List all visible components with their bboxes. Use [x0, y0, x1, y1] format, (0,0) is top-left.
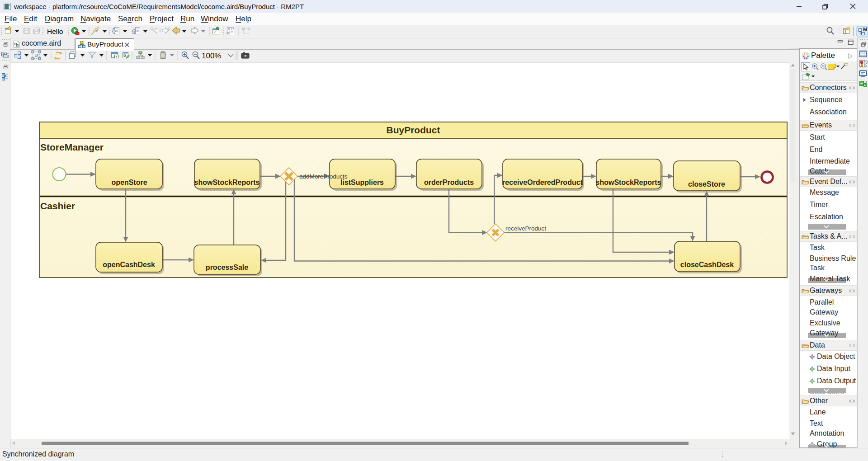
svg-text:closeCashDesk: closeCashDesk	[680, 261, 734, 268]
svg-text:processSale: processSale	[206, 263, 248, 271]
svg-text:addMoreProducts: addMoreProducts	[299, 173, 348, 180]
svg-text:Cashier: Cashier	[40, 201, 75, 211]
svg-text:openStore: openStore	[111, 179, 147, 186]
svg-text:100%: 100%	[202, 52, 221, 60]
svg-text:closeStore: closeStore	[688, 180, 725, 188]
svg-text:receiveProduct: receiveProduct	[505, 225, 546, 232]
svg-text:orderProducts: orderProducts	[424, 179, 474, 186]
svg-text:BuyProduct: BuyProduct	[386, 125, 440, 135]
svg-text:openCashDesk: openCashDesk	[103, 261, 155, 268]
svg-text:showStockReports: showStockReports	[194, 179, 260, 186]
svg-text:Hello: Hello	[47, 28, 63, 35]
svg-text:StoreManager: StoreManager	[40, 142, 104, 152]
svg-text:receiveOrderedProduct: receiveOrderedProduct	[502, 179, 583, 186]
svg-text:showStockReports: showStockReports	[596, 179, 661, 186]
svg-text:M: M	[863, 27, 867, 32]
